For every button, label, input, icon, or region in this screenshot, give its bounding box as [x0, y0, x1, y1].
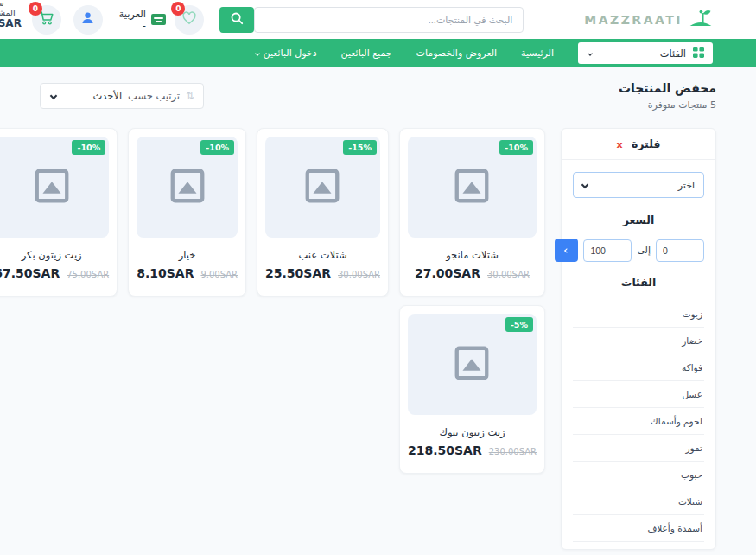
- image-placeholder-icon: [452, 166, 492, 209]
- nav-link[interactable]: جميع البائعين: [341, 48, 392, 59]
- product-name[interactable]: خيار: [137, 249, 238, 261]
- product-price: 218.50SAR: [408, 443, 482, 457]
- product-prices: 8.10SAR 9.00SAR: [137, 266, 238, 280]
- product-card[interactable]: -5% زيت زيتون تبوك 218.50SAR 230.00SAR: [399, 305, 545, 474]
- product-name[interactable]: زيت زيتون بكر: [0, 249, 109, 261]
- filter-category-select[interactable]: اختر: [573, 172, 704, 198]
- search-button[interactable]: [219, 7, 254, 33]
- category-item[interactable]: عسل: [573, 381, 704, 408]
- filter-title: فلترة: [632, 137, 661, 150]
- image-placeholder-icon: [32, 166, 72, 209]
- discount-badge: -10%: [72, 140, 105, 155]
- category-item[interactable]: خضار: [573, 328, 704, 354]
- price-min-input[interactable]: [656, 239, 704, 262]
- category-item[interactable]: فواكه: [573, 354, 704, 381]
- product-name[interactable]: شتلات عنب: [265, 249, 380, 261]
- wishlist-count-badge: 0: [171, 2, 185, 16]
- sort-arrows-icon: ⇅: [186, 90, 194, 102]
- discount-badge: -10%: [200, 140, 234, 155]
- product-price: 27.00SAR: [415, 266, 480, 280]
- search-input[interactable]: [254, 7, 524, 33]
- main-navbar: الفئات الرئيسية العروض والخصومات جميع ال…: [0, 39, 756, 67]
- product-prices: 25.50SAR 30.00SAR: [265, 266, 380, 280]
- chevron-left-icon: [564, 248, 569, 253]
- sort-value: الأحدث: [92, 90, 122, 102]
- heart-icon: [181, 10, 197, 29]
- apply-price-filter-button[interactable]: [555, 239, 578, 262]
- saudi-flag-icon: [151, 14, 166, 25]
- price-filter-title: السعر: [573, 214, 704, 226]
- image-placeholder-icon: [302, 166, 342, 209]
- category-item[interactable]: شتلات: [573, 488, 704, 515]
- chevron-down-icon: [588, 51, 593, 56]
- categories-menu-label: الفئات: [599, 48, 686, 60]
- product-old-price: 30.00SAR: [487, 270, 530, 279]
- cart-summary-label: سلة المشتريات: [0, 0, 22, 17]
- account-button[interactable]: [73, 5, 103, 35]
- chevron-down-icon: [581, 182, 588, 188]
- price-filter-row: إلى: [573, 239, 704, 262]
- image-placeholder-icon: [452, 343, 492, 386]
- sprout-logo-icon: [689, 7, 713, 33]
- product-card[interactable]: -10% خيار 8.10SAR 9.00SAR: [128, 128, 246, 297]
- category-item[interactable]: حبوب: [573, 462, 704, 488]
- product-old-price: 75.00SAR: [67, 270, 109, 279]
- products-count: 5 منتجات متوفرة: [619, 99, 716, 111]
- cart-count-badge: 0: [29, 2, 42, 16]
- product-prices: 218.50SAR 230.00SAR: [408, 443, 537, 457]
- product-card[interactable]: -10% شتلات مانجو 27.00SAR 30.00SAR: [399, 128, 545, 297]
- categories-menu-button[interactable]: الفئات: [578, 42, 713, 64]
- products-grid: -10% شتلات مانجو 27.00SAR 30.00SAR: [0, 128, 545, 474]
- discount-badge: -15%: [343, 140, 377, 155]
- category-item[interactable]: تمور: [573, 435, 704, 462]
- nav-links: الرئيسية العروض والخصومات جميع البائعين: [341, 48, 554, 59]
- price-max-input[interactable]: [583, 239, 632, 262]
- product-name[interactable]: زيت زيتون تبوك: [408, 426, 537, 438]
- page-head: مخفض المنتجات 5 منتجات متوفرة ⇅ ترتيب حس…: [40, 81, 716, 111]
- cart-button[interactable]: 0: [32, 5, 61, 35]
- cart-summary[interactable]: سلة المشتريات 0.00SAR -: [0, 0, 22, 41]
- discount-badge: -5%: [505, 317, 533, 332]
- nav-link[interactable]: الرئيسية: [521, 48, 554, 59]
- brand-name: MAZZRAATI: [584, 13, 683, 27]
- category-item[interactable]: لحوم وأسماك: [573, 408, 704, 435]
- grid-icon: [693, 47, 704, 61]
- category-item[interactable]: أسمدة وأعلاف: [573, 515, 704, 542]
- filter-clear-button[interactable]: x: [616, 139, 622, 150]
- product-old-price: 9.00SAR: [200, 270, 238, 279]
- product-prices: 27.00SAR 30.00SAR: [408, 266, 537, 280]
- product-old-price: 30.00SAR: [338, 270, 380, 279]
- chevron-down-icon: [50, 92, 57, 99]
- product-name[interactable]: شتلات مانجو: [408, 249, 537, 261]
- product-price: 67.50SAR: [0, 266, 60, 280]
- image-placeholder-icon: [168, 166, 207, 209]
- nav-link-seller-login[interactable]: دخول البائعين: [256, 48, 317, 59]
- product-prices: 67.50SAR 75.00SAR: [0, 266, 109, 280]
- brand-logo[interactable]: MAZZRAATI: [584, 7, 713, 33]
- price-to-label: إلى: [637, 245, 651, 256]
- product-card[interactable]: -15% شتلات عنب 25.50SAR 30.00SAR: [257, 128, 389, 297]
- filter-sidebar: فلترة x اختر السعر إلى الفئات: [561, 128, 716, 550]
- cart-summary-total: 0.00SAR -: [0, 17, 22, 41]
- top-header: MAZZRAATI 0 العربية -: [0, 0, 756, 39]
- sort-label: ترتيب حسب: [128, 90, 180, 102]
- product-price: 8.10SAR: [137, 266, 194, 280]
- category-item[interactable]: زيوت: [573, 301, 704, 328]
- user-icon: [80, 10, 95, 29]
- nav-link[interactable]: العروض والخصومات: [416, 48, 498, 59]
- page-title: مخفض المنتجات: [619, 81, 716, 95]
- categories-list-title: الفئات: [573, 276, 704, 289]
- discount-badge: -10%: [499, 140, 533, 155]
- wishlist-button[interactable]: 0: [175, 5, 204, 35]
- product-old-price: 230.00SAR: [489, 447, 537, 456]
- language-label: العربية -: [117, 8, 146, 32]
- chevron-down-icon: [255, 51, 260, 56]
- sort-dropdown[interactable]: ⇅ ترتيب حسب الأحدث: [40, 83, 204, 109]
- page-title-block: مخفض المنتجات 5 منتجات متوفرة: [619, 81, 716, 111]
- search-bar: [219, 7, 524, 33]
- language-selector[interactable]: العربية -: [117, 8, 166, 32]
- search-icon: [230, 11, 244, 28]
- filter-header: فلترة x: [562, 129, 715, 160]
- product-card[interactable]: -10% زيت زيتون بكر 67.50SAR 75.00SAR: [0, 128, 118, 297]
- main-content: مخفض المنتجات 5 منتجات متوفرة ⇅ ترتيب حس…: [0, 67, 756, 550]
